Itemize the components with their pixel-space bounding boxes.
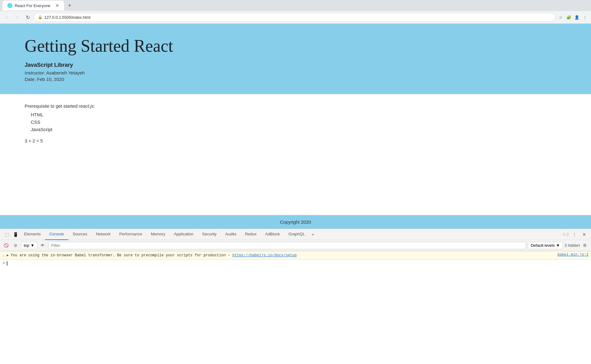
level-dropdown-icon: ▼ <box>556 243 560 248</box>
tab-bar: React For Everyone ✕ + <box>0 0 591 11</box>
page-body: Prerequisite to get started react.js: HT… <box>0 94 591 215</box>
page-subtitle: JavaScript Library <box>25 62 566 68</box>
new-tab-button[interactable]: + <box>65 1 74 10</box>
devtools-tab-security[interactable]: Security <box>198 229 221 240</box>
active-tab[interactable]: React For Everyone ✕ <box>2 1 64 10</box>
console-cursor <box>7 261 7 266</box>
devtools-tab-elements[interactable]: Elements <box>20 229 45 240</box>
prerequisite-text-start: Prerequisite to get started <box>25 103 79 109</box>
devtools-more-tabs[interactable]: » <box>309 232 316 237</box>
devtools-tab-memory[interactable]: Memory <box>147 229 170 240</box>
console-clear-button[interactable]: 🚫 <box>2 242 10 249</box>
page-content: Getting Started React JavaScript Library… <box>0 24 591 229</box>
warning-badge: ⚠ 2 <box>562 232 569 237</box>
expand-arrow-icon[interactable]: ▶ <box>7 253 9 257</box>
console-warning-text: You are using the in-browser Babel trans… <box>10 253 556 258</box>
browser-toolbar-icons: ☆ 🧩 👤 ⋮ <box>557 14 589 21</box>
context-dropdown-icon: ▼ <box>30 243 34 248</box>
console-output: ⚠ ▶ You are using the in-browser Babel t… <box>0 251 591 364</box>
prerequisite-colon: : <box>94 103 95 109</box>
profile-icon[interactable]: 👤 <box>573 14 581 21</box>
warning-count: 2 <box>567 232 569 237</box>
level-label: Default levels <box>531 243 555 248</box>
url-text: 127.0.0.1:5500/index.html <box>44 15 91 20</box>
menu-icon[interactable]: ⋮ <box>581 14 589 21</box>
warning-triangle-icon: ⚠ <box>562 232 566 237</box>
context-label: top <box>24 243 29 248</box>
warning-file-link[interactable]: babel.min.js:1 <box>557 253 589 257</box>
bookmark-icon[interactable]: ☆ <box>557 14 565 21</box>
console-warning-row: ⚠ ▶ You are using the in-browser Babel t… <box>0 251 591 260</box>
secure-icon: 🔒 <box>38 15 43 19</box>
console-toolbar-right: 3 hidden ⚙ <box>565 242 589 249</box>
devtools-tabs-right: ⚠ 2 ⋮ ✕ <box>562 230 589 239</box>
url-bar[interactable]: 🔒 127.0.0.1:5500/index.html <box>34 13 555 22</box>
browser-chrome: React For Everyone ✕ + ‹ › ↻ 🔒 127.0.0.1… <box>0 0 591 24</box>
instructor-text: Instructor: Asabeneh Yetayeh <box>25 70 566 75</box>
devtools-tab-sources[interactable]: Sources <box>68 229 92 240</box>
back-button[interactable]: ‹ <box>2 13 11 22</box>
warning-message: You are using the in-browser Babel trans… <box>10 253 232 258</box>
settings-icon[interactable]: ⚙ <box>581 242 589 249</box>
list-item-css: CSS <box>31 118 566 126</box>
page-header: Getting Started React JavaScript Library… <box>0 24 591 94</box>
devtools-more-options[interactable]: ⋮ <box>570 230 579 239</box>
devtools-close-button[interactable]: ✕ <box>580 230 589 239</box>
devtools-tab-performance[interactable]: Performance <box>115 229 146 240</box>
date-text: Date: Feb 10, 2020 <box>25 77 566 82</box>
devtools-tab-audits[interactable]: Audits <box>221 229 241 240</box>
footer-text: Copyright 2020 <box>280 219 311 225</box>
address-bar: ‹ › ↻ 🔒 127.0.0.1:5500/index.html ☆ 🧩 👤 … <box>0 11 591 23</box>
page-footer: Copyright 2020 <box>0 215 591 229</box>
console-eye-icon[interactable]: 👁 <box>39 242 47 249</box>
tab-favicon <box>7 3 12 8</box>
console-toolbar: 🚫 ⊘ top ▼ 👁 Default levels ▼ 3 hidden ⚙ <box>0 240 591 251</box>
devtools-device-icon[interactable]: 📱 <box>11 230 20 239</box>
devtools-inspect-icon[interactable]: ⬚ <box>2 230 11 239</box>
prerequisite-list: HTML CSS JavaScript <box>31 111 566 133</box>
list-item-js: JavaScript <box>31 126 566 133</box>
console-filter-icon[interactable]: ⊘ <box>12 242 19 249</box>
reload-button[interactable]: ↻ <box>23 13 32 22</box>
devtools-tab-graphql[interactable]: GraphQL <box>284 229 309 240</box>
math-expression: 3 + 2 = 5 <box>25 138 566 143</box>
list-item-html: HTML <box>31 111 566 118</box>
prerequisite-paragraph: Prerequisite to get started react.js: <box>25 103 566 109</box>
console-prompt: > <box>2 261 5 266</box>
hidden-count-badge: 3 hidden <box>565 243 580 248</box>
devtools-tab-bar: ⬚ 📱 Elements Console Sources Network Per… <box>0 229 591 240</box>
prerequisite-code: react.js <box>79 103 94 109</box>
extensions-icon[interactable]: 🧩 <box>565 14 573 21</box>
console-filter-input[interactable] <box>48 242 526 249</box>
forward-button[interactable]: › <box>13 13 22 22</box>
page-title: Getting Started React <box>25 36 566 56</box>
devtools-tab-console[interactable]: Console <box>45 229 68 240</box>
devtools-tab-network[interactable]: Network <box>92 229 115 240</box>
tab-close-button[interactable]: ✕ <box>55 3 59 8</box>
log-level-selector[interactable]: Default levels ▼ <box>528 242 563 249</box>
devtools-tab-adblock[interactable]: AdBlock <box>261 229 284 240</box>
warning-link[interactable]: https://babeljs.io/docs/setup <box>233 253 297 258</box>
devtools-panel: ⬚ 📱 Elements Console Sources Network Per… <box>0 229 591 364</box>
tab-title: React For Everyone <box>15 3 51 8</box>
devtools-tab-redux[interactable]: Redux <box>241 229 261 240</box>
context-selector[interactable]: top ▼ <box>21 242 37 249</box>
warning-icon: ⚠ <box>2 253 5 258</box>
devtools-tab-application[interactable]: Application <box>170 229 198 240</box>
console-input-row: > <box>0 260 591 267</box>
